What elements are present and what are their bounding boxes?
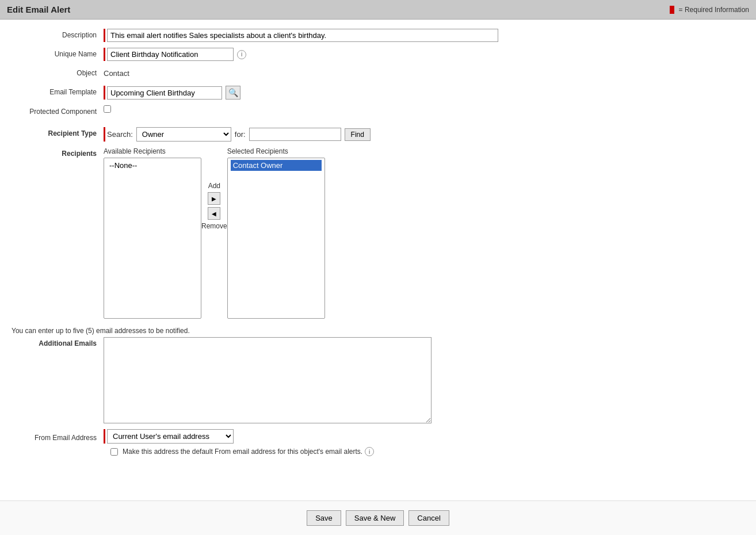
cancel-button[interactable]: Cancel	[408, 510, 449, 526]
additional-emails-row: Additional Emails	[12, 337, 744, 423]
make-default-row: Make this address the default From email…	[110, 447, 744, 456]
page-wrapper: Edit Email Alert = Required Information …	[0, 0, 756, 535]
email-template-label: Email Template	[12, 86, 104, 96]
recipients-row: Recipients Available Recipients --None--…	[12, 147, 744, 319]
make-default-info-icon[interactable]: i	[365, 447, 374, 456]
remove-label-text: Remove	[201, 222, 227, 230]
find-button[interactable]: Find	[345, 128, 371, 141]
additional-emails-textarea[interactable]	[104, 337, 432, 423]
recipients-full-row: Available Recipients --None-- Add ▶ ◀ Re…	[104, 147, 325, 319]
from-email-select[interactable]: Current User's email address Organizatio…	[107, 429, 234, 444]
available-recipients-container: Available Recipients --None--	[104, 147, 201, 319]
search-label-text: Search:	[107, 130, 133, 139]
notify-text: You can enter up to five (5) email addre…	[12, 327, 744, 335]
for-input[interactable]	[249, 128, 341, 141]
protected-component-checkbox[interactable]	[104, 105, 111, 113]
email-template-lookup-button[interactable]: 🔍	[226, 86, 240, 100]
additional-emails-field	[104, 337, 744, 423]
add-label-text: Add	[208, 182, 220, 190]
contact-owner-option: Contact Owner	[231, 160, 322, 171]
recipient-type-controls: Search: Owner Role Role and Subordinates…	[107, 127, 371, 142]
remove-button[interactable]: ◀	[208, 207, 220, 220]
unique-name-field: i	[104, 48, 744, 61]
recipient-type-label: Recipient Type	[12, 127, 104, 137]
make-default-checkbox[interactable]	[110, 448, 118, 456]
page-title: Edit Email Alert	[7, 5, 70, 14]
selected-recipients-label: Selected Recipients	[227, 147, 288, 155]
from-email-field: Current User's email address Organizatio…	[104, 429, 744, 444]
unique-name-row: Unique Name i	[12, 48, 744, 61]
required-info-text: = Required Information	[679, 6, 749, 14]
object-value: Contact	[104, 67, 129, 80]
header-bar: Edit Email Alert = Required Information	[0, 0, 756, 20]
recipient-type-field: Search: Owner Role Role and Subordinates…	[104, 127, 744, 142]
object-label: Object	[12, 67, 104, 77]
required-info: = Required Information	[670, 6, 749, 14]
unique-name-label: Unique Name	[12, 48, 104, 58]
selected-recipients-listbox[interactable]: Contact Owner	[227, 158, 325, 319]
recipients-label: Recipients	[12, 147, 104, 158]
footer-buttons: Save Save & New Cancel	[0, 500, 756, 535]
description-row: Description	[12, 29, 744, 42]
none-option: --None--	[107, 160, 198, 171]
email-template-input[interactable]	[107, 86, 222, 100]
form-body: Description Unique Name i Object Contact…	[0, 20, 756, 500]
description-input[interactable]	[107, 29, 498, 42]
object-row: Object Contact	[12, 67, 744, 80]
unique-name-info-icon[interactable]: i	[237, 50, 246, 59]
add-button[interactable]: ▶	[208, 192, 220, 205]
additional-emails-label: Additional Emails	[12, 337, 104, 347]
object-field: Contact	[104, 67, 744, 80]
recipient-type-row: Recipient Type Search: Owner Role Role a…	[12, 127, 744, 142]
available-recipients-listbox[interactable]: --None--	[104, 158, 201, 319]
required-indicator-icon	[670, 6, 674, 14]
email-template-field: 🔍	[104, 86, 744, 100]
for-label-text: for:	[235, 130, 246, 139]
make-default-label: Make this address the default From email…	[123, 448, 362, 456]
protected-component-field	[104, 105, 744, 113]
email-template-row: Email Template 🔍	[12, 86, 744, 100]
selected-recipients-container: Selected Recipients Contact Owner	[227, 147, 325, 319]
description-label: Description	[12, 29, 104, 39]
protected-component-label: Protected Component	[12, 105, 104, 116]
available-recipients-label: Available Recipients	[104, 147, 166, 155]
from-email-label: From Email Address	[12, 431, 104, 442]
description-field	[104, 29, 744, 42]
add-remove-section: Add ▶ ◀ Remove	[201, 147, 227, 230]
unique-name-input[interactable]	[107, 48, 234, 61]
save-button[interactable]: Save	[307, 510, 341, 526]
save-new-button[interactable]: Save & New	[346, 510, 404, 526]
protected-component-row: Protected Component	[12, 105, 744, 116]
recipients-field: Available Recipients --None-- Add ▶ ◀ Re…	[104, 147, 744, 319]
search-type-select[interactable]: Owner Role Role and Subordinates User Em…	[136, 127, 231, 142]
from-email-row: From Email Address Current User's email …	[12, 429, 744, 444]
